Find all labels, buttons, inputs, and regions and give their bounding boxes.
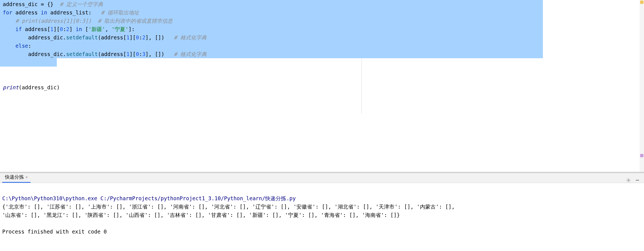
code-text: ], [])	[145, 51, 174, 57]
code-string: '新疆'	[88, 26, 105, 32]
svg-point-0	[628, 179, 629, 181]
run-tool-tabs: 快递分拣 × —	[0, 174, 644, 183]
code-keyword: if	[3, 26, 25, 32]
code-line-5[interactable]: address_dic.setdefault(address[1][0:2], …	[0, 33, 543, 42]
code-number: 3	[142, 51, 145, 57]
tab-label: 快递分拣	[5, 174, 24, 180]
code-text: ]	[69, 26, 76, 32]
minimize-icon[interactable]: —	[636, 177, 639, 183]
code-function: setdefault	[66, 34, 98, 40]
code-text: ], [])	[145, 34, 174, 40]
code-text: [	[85, 26, 88, 32]
code-text: (address[	[98, 34, 126, 40]
code-number: 0	[60, 26, 63, 32]
exit-code-line: Process finished with exit code 0	[2, 229, 107, 235]
code-text: = {}	[41, 1, 60, 7]
code-line-6[interactable]: else:	[0, 42, 543, 50]
code-comment: # 格式化字典	[174, 34, 207, 40]
code-text: ][	[53, 26, 60, 32]
code-keyword: else	[3, 43, 28, 49]
code-number: 2	[142, 34, 145, 40]
code-comment: # 格式化字典	[174, 51, 207, 57]
code-keyword: for	[3, 9, 16, 16]
stdout-line: {'北京市': [], '江苏省': [], '上海市': [], '浙江省':…	[2, 204, 458, 210]
code-text: (address[	[98, 51, 126, 57]
code-text: :	[63, 26, 66, 32]
code-comment: # 定义一个空字典	[60, 1, 103, 7]
code-text: ][	[130, 51, 136, 57]
code-keyword: in	[41, 9, 50, 16]
code-text: address_dic.	[3, 51, 66, 57]
code-line-8[interactable]: print(address_dic)	[0, 58, 644, 108]
code-line-3[interactable]: # print(address[1][0:3]) # 取出列表中的省或直辖市信息	[0, 17, 543, 25]
code-text: address	[16, 9, 41, 16]
warning-indicator[interactable]	[640, 1, 643, 4]
code-text: address[	[25, 26, 50, 32]
code-number: 2	[66, 26, 69, 32]
code-line-2[interactable]: for address in address_list: # 循环取出地址	[0, 8, 543, 17]
code-string: '宁夏'	[112, 26, 129, 32]
code-text: :	[28, 43, 31, 49]
close-icon[interactable]: ×	[25, 175, 28, 179]
code-text: :	[139, 51, 142, 57]
interpreter-path: C:\Python\Python310\python.exe C:/Pychar…	[2, 195, 296, 201]
code-text: ]:	[129, 26, 135, 32]
code-editor[interactable]: address_dic = {} # 定义一个空字典 for address i…	[0, 0, 644, 172]
code-text: ,	[105, 26, 112, 32]
code-text: address_dic	[3, 1, 41, 7]
code-line-4[interactable]: if address[1][0:2] in ['新疆', '宁夏']:	[0, 25, 543, 33]
code-text: address_list:	[50, 9, 101, 16]
selection-highlight	[0, 58, 57, 67]
code-comment: # 循环取出地址	[101, 9, 139, 16]
code-comment: # print(address[1][0:3]) # 取出列表中的省或直辖市信息	[3, 18, 173, 24]
code-number: 1	[50, 26, 53, 32]
code-text: :	[139, 34, 142, 40]
code-function: setdefault	[66, 51, 98, 57]
run-tab[interactable]: 快递分拣 ×	[2, 172, 30, 183]
code-text: address_dic.	[3, 34, 66, 40]
code-keyword: in	[76, 26, 85, 32]
code-builtin: print	[3, 84, 19, 90]
code-line-1[interactable]: address_dic = {} # 定义一个空字典	[0, 0, 543, 8]
gear-icon[interactable]	[626, 177, 631, 183]
code-number: 0	[136, 34, 139, 40]
code-text: (address_dic)	[19, 84, 60, 90]
code-number: 1	[126, 34, 129, 40]
stdout-line: '山东省': [], '黑龙江': [], '陕西省': [], '山西省': …	[2, 212, 400, 218]
code-number: 0	[136, 51, 139, 57]
code-text: ][	[130, 34, 136, 40]
run-console[interactable]: C:\Python\Python310\python.exe C:/Pychar…	[0, 183, 644, 251]
hint-indicator[interactable]	[640, 154, 643, 157]
code-number: 1	[126, 51, 129, 57]
code-line-7[interactable]: address_dic.setdefault(address[1][0:3], …	[0, 50, 543, 58]
